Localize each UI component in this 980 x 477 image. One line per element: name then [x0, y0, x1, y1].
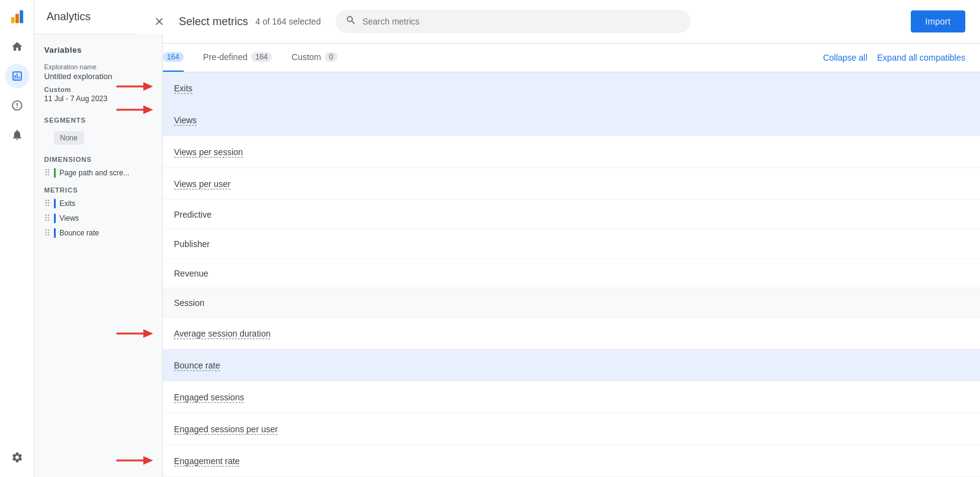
- dimension-item: ⠿ Page path and scre...: [34, 166, 162, 180]
- list-item-views[interactable]: Views: [135, 104, 980, 136]
- exploration-section: Exploration name Untitled exploration Cu…: [34, 58, 162, 110]
- metric-bounce: ⠿ Bounce rate: [34, 226, 162, 240]
- close-button[interactable]: [149, 12, 169, 31]
- item-label-avg-session: Average session duration: [174, 329, 271, 338]
- search-box: [336, 10, 691, 33]
- drag-icon-views: ⠿: [44, 213, 50, 223]
- tab-all-count: 164: [163, 52, 184, 62]
- list-item-engaged-sessions[interactable]: Engaged sessions: [135, 381, 980, 413]
- sidebar-item-home[interactable]: [5, 34, 29, 59]
- section-session[interactable]: Session: [135, 288, 980, 318]
- list-item-exits[interactable]: Exits: [135, 72, 980, 104]
- import-button[interactable]: Import: [911, 10, 965, 32]
- app-logo: [5, 5, 29, 29]
- analytics-title-bar: Analytics: [34, 0, 135, 34]
- section-label-publisher: Publisher: [174, 239, 209, 249]
- drag-icon-exits: ⠿: [44, 199, 50, 208]
- list-item-engagement-rate[interactable]: Engagement rate: [135, 445, 980, 477]
- tab-custom[interactable]: Custom 0: [292, 44, 337, 72]
- sidebar-item-explore[interactable]: [5, 93, 29, 118]
- section-predictive[interactable]: Predictive: [135, 200, 980, 229]
- date-range: 11 Jul - 7 Aug 2023: [44, 94, 153, 103]
- section-label-revenue: Revenue: [174, 269, 208, 278]
- date-label: Custom: [44, 86, 153, 93]
- item-label-bounce-rate: Bounce rate: [174, 361, 221, 370]
- left-panel: Variables Exploration name Untitled expl…: [34, 34, 163, 477]
- drag-icon: ⠿: [44, 168, 50, 178]
- variables-header: Variables: [34, 42, 162, 58]
- segments-label: SEGMENTS: [34, 110, 162, 126]
- item-label-views-per-user: Views per user: [174, 179, 230, 189]
- tab-custom-count: 0: [325, 52, 337, 62]
- item-label-engaged-sessions: Engaged sessions: [174, 392, 244, 402]
- metric-bar-views: [54, 213, 56, 223]
- expand-all-button[interactable]: Expand all compatibles: [877, 50, 965, 65]
- item-label-views: Views: [174, 115, 197, 125]
- sidebar: [0, 0, 34, 477]
- metric-bar-exits: [54, 199, 56, 208]
- tabs-row: All 164 Pre-defined 164 Custom 0 Collaps…: [135, 44, 980, 72]
- list-item-views-per-session[interactable]: Views per session: [135, 136, 980, 168]
- dimension-label: Page path and scre...: [59, 169, 129, 177]
- item-label-engagement-rate: Engagement rate: [174, 456, 239, 466]
- selected-count: 4 of 164 selected: [255, 17, 321, 26]
- sidebar-item-settings[interactable]: [5, 445, 29, 470]
- section-label-predictive: Predictive: [174, 210, 211, 219]
- item-label-exits: Exits: [174, 83, 192, 93]
- exploration-label: Exploration name: [44, 63, 153, 71]
- svg-rect-2: [20, 10, 23, 23]
- drag-icon-bounce: ⠿: [44, 228, 50, 238]
- select-metrics-dialog: Select metrics 4 of 164 selected Import …: [135, 0, 980, 477]
- dialog-title: Select metrics: [179, 15, 248, 28]
- svg-rect-0: [11, 17, 15, 23]
- tab-actions: Collapse all Expand all compatibles: [823, 50, 965, 65]
- svg-rect-1: [15, 13, 19, 23]
- section-publisher[interactable]: Publisher: [135, 229, 980, 259]
- metrics-label: METRICS: [34, 180, 162, 196]
- sidebar-item-reports[interactable]: [5, 64, 29, 88]
- list-item-bounce-rate[interactable]: Bounce rate: [135, 349, 980, 381]
- dimension-bar: [54, 168, 56, 178]
- exploration-name: Untitled exploration: [44, 72, 153, 81]
- metric-exits: ⠿ Exits: [34, 196, 162, 211]
- metric-bar-bounce: [54, 228, 56, 238]
- tab-predefined-count: 164: [251, 52, 272, 62]
- list-item-avg-session[interactable]: Average session duration: [135, 318, 980, 349]
- metric-exits-label: Exits: [59, 199, 75, 208]
- tab-predefined-label: Pre-defined: [203, 52, 247, 62]
- item-label-engaged-sessions-per-user: Engaged sessions per user: [174, 424, 278, 434]
- search-input[interactable]: [363, 17, 681, 26]
- tab-predefined[interactable]: Pre-defined 164: [203, 44, 272, 72]
- list-item-views-per-user[interactable]: Views per user: [135, 168, 980, 200]
- list-item-engaged-sessions-per-user[interactable]: Engaged sessions per user: [135, 413, 980, 445]
- metric-views: ⠿ Views: [34, 211, 162, 226]
- app-title: Analytics: [47, 10, 91, 23]
- metric-bounce-label: Bounce rate: [59, 229, 99, 237]
- segments-none: None: [54, 131, 84, 145]
- item-label-views-per-session: Views per session: [174, 147, 243, 157]
- search-icon: [345, 15, 356, 28]
- collapse-all-button[interactable]: Collapse all: [823, 50, 867, 65]
- sidebar-item-advertising[interactable]: [5, 123, 29, 147]
- section-revenue[interactable]: Revenue: [135, 259, 980, 288]
- metrics-list: Exits Views Views per session Views per …: [135, 72, 980, 477]
- dimensions-label: DIMENSIONS: [34, 150, 162, 166]
- metric-views-label: Views: [59, 214, 79, 223]
- dialog-header: Select metrics 4 of 164 selected Import: [135, 0, 980, 44]
- tab-custom-label: Custom: [292, 52, 321, 62]
- section-label-session: Session: [174, 298, 205, 308]
